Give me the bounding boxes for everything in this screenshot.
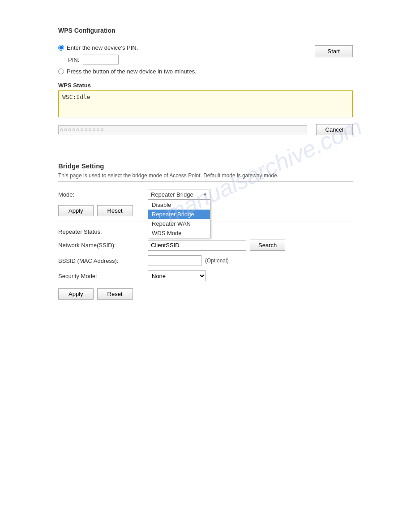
mode-label: Mode: [58, 191, 148, 198]
repeater-status-label: Repeater Status: [58, 228, 148, 235]
progress-dot-4 [73, 129, 75, 131]
search-button[interactable]: Search [250, 240, 285, 251]
mode-select-display[interactable]: Repeater Bridge ▼ [148, 189, 210, 200]
progress-cancel-row: Cancel [58, 124, 353, 135]
bridge-apply-button[interactable]: Apply [58, 205, 94, 216]
pin-radio-label: Enter the new device's PIN. [67, 44, 138, 51]
mode-option-wds-mode[interactable]: WDS Mode [148, 228, 210, 238]
bridge-setting-section: Bridge Setting This page is used to sele… [58, 162, 353, 300]
progress-dot-11 [101, 129, 103, 131]
repeater-apply-reset-row: Apply Reset [58, 288, 353, 300]
optional-text: (Optional) [205, 257, 229, 264]
progress-dot-3 [68, 129, 71, 131]
progress-dot-5 [77, 129, 79, 131]
mode-form-row: Mode: Repeater Bridge ▼ Disable Repeater… [58, 189, 353, 200]
security-row: Security Mode: None WEP WPA-PSK WPA2-PSK [58, 270, 353, 281]
network-name-row: Network Name(SSID): Search [58, 240, 353, 251]
ssid-input[interactable] [148, 240, 246, 251]
button-radio-row: Press the button of the new device in tw… [58, 68, 315, 75]
wps-status-textarea [58, 90, 353, 117]
bssid-input[interactable] [148, 255, 201, 266]
progress-dot-9 [93, 129, 95, 131]
bssid-row: BSSID (MAC Address): (Optional) [58, 255, 353, 266]
wps-status-section: WPS Status [58, 82, 353, 119]
mode-selected-value: Repeater Bridge [151, 191, 193, 198]
mode-dropdown[interactable]: Disable Repeater Bridge Repeater WAN WDS… [148, 200, 210, 238]
start-button[interactable]: Start [315, 45, 353, 57]
progress-dot-8 [89, 129, 91, 131]
button-radio-label: Press the button of the new device in tw… [67, 68, 197, 75]
mode-select-wrapper[interactable]: Repeater Bridge ▼ Disable Repeater Bridg… [148, 189, 210, 200]
progress-dot-10 [97, 129, 99, 131]
progress-bar [58, 125, 307, 134]
progress-dot-7 [85, 129, 87, 131]
mode-option-repeater-bridge[interactable]: Repeater Bridge [148, 210, 210, 219]
repeater-apply-button[interactable]: Apply [58, 288, 94, 300]
security-select[interactable]: None WEP WPA-PSK WPA2-PSK [148, 270, 206, 281]
security-label: Security Mode: [58, 273, 148, 279]
bssid-label: BSSID (MAC Address): [58, 257, 148, 264]
progress-dot-2 [64, 129, 67, 131]
cancel-button[interactable]: Cancel [316, 124, 353, 135]
mode-option-repeater-wan[interactable]: Repeater WAN [148, 219, 210, 228]
pin-radio-row: Enter the new device's PIN. [58, 44, 315, 51]
wps-configuration-section: WPS Configuration Enter the new device's… [58, 27, 353, 135]
bridge-divider [58, 181, 353, 182]
pin-label: PIN: [68, 56, 79, 63]
pin-radio[interactable] [58, 45, 64, 51]
chevron-down-icon: ▼ [203, 192, 207, 197]
wps-status-title: WPS Status [58, 82, 353, 89]
network-name-label: Network Name(SSID): [58, 242, 148, 249]
button-radio[interactable] [58, 69, 64, 74]
progress-dot-1 [60, 129, 63, 131]
repeater-reset-button[interactable]: Reset [97, 288, 133, 300]
progress-dot-6 [81, 129, 83, 131]
bridge-description: This page is used to select the bridge m… [58, 172, 353, 179]
mode-option-disable[interactable]: Disable [148, 200, 210, 210]
wps-section-title: WPS Configuration [58, 27, 353, 34]
pin-input-row: PIN: [68, 55, 315, 64]
bridge-reset-button[interactable]: Reset [97, 205, 133, 216]
pin-input[interactable] [83, 55, 119, 64]
wps-divider [58, 37, 353, 37]
bridge-section-title: Bridge Setting [58, 162, 353, 170]
